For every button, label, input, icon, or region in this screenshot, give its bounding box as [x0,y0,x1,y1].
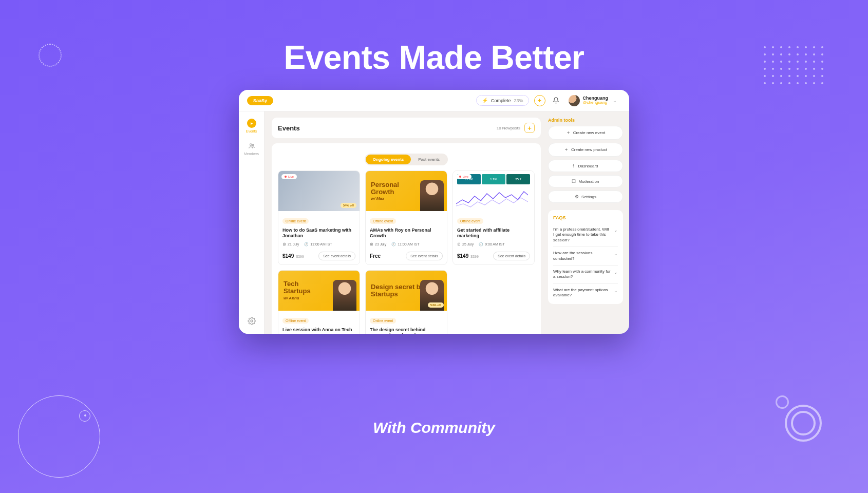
nav-item-events[interactable]: Events [246,119,257,133]
tab-past[interactable]: Past events [411,155,447,164]
admin-button-0[interactable]: ＋Create new event [548,126,623,140]
faq-question: How are the sessions conducted? [553,251,611,261]
event-tag: Offline event [282,318,309,324]
cover-title: TechStartups [284,280,311,294]
admin-button-icon: ⚙ [575,194,579,199]
admin-button-icon: ⫯ [573,163,575,168]
new-event-button[interactable]: + [524,123,535,133]
tab-ongoing[interactable]: Ongoing events [366,155,411,164]
events-tabs: Ongoing events Past events [365,154,448,165]
faq-question: Why learn with a community for a session… [553,269,611,280]
admin-button-3[interactable]: ☐Moderation [548,175,623,187]
admin-button-1[interactable]: ＋Create new product [548,143,623,157]
hero-title: Events Made Better [0,39,868,77]
user-menu[interactable]: Chenguang @chenguang ⌄ [567,93,621,108]
admin-button-label: Create new product [571,147,607,152]
live-badge: Live [281,174,297,179]
event-price: $149$399 [282,253,304,259]
see-details-button[interactable]: See event details [493,252,530,260]
event-card-0[interactable]: Live54% off Online event How to do SaaS … [278,170,360,265]
gear-icon [248,317,256,325]
user-handle: @chenguang [583,101,609,105]
admin-button-label: Moderation [578,179,599,184]
event-time: 11:00 AM IST [398,242,419,246]
right-sidebar: Admin tools ＋Create new event＋Create new… [548,111,629,334]
event-old-price: $399 [470,255,479,258]
chevron-down-icon: ⌄ [614,251,618,256]
bell-icon [553,97,559,104]
clock-icon: 🕘 [391,242,396,246]
see-details-button[interactable]: See event details [406,252,443,260]
admin-button-2[interactable]: ⫯Dashboard [548,160,623,172]
nav-settings[interactable] [248,317,256,327]
logo[interactable]: SaaSy [247,96,273,105]
event-cover: Live54% off [278,171,360,211]
avatar [569,95,580,106]
admin-heading: Admin tools [548,118,623,123]
event-date: 23 July [375,242,386,246]
chevron-down-icon: ⌄ [614,270,618,275]
chevron-down-icon: ⌄ [613,98,617,103]
admin-button-4[interactable]: ⚙Settings [548,191,623,203]
chevron-down-icon: ⌄ [614,227,618,233]
event-meta: 🗓21 July 🕘11:00 AM IST [282,242,355,246]
event-tag: Offline event [370,218,396,224]
svg-point-0 [250,144,252,146]
event-title: Live session with Anna on Tech Startups [282,327,355,334]
topbar: SaaSy ⚡ Complete 23% + Chenguang @chengu… [239,90,629,111]
event-card-1[interactable]: PersonalGrowthw/ Max Offline event AMAs … [365,170,447,265]
chevron-down-icon: ⌄ [614,288,618,293]
event-cover: TechStartupsw/ Anna [278,271,360,311]
svg-point-2 [251,320,253,322]
faq-question: What are the payment options available? [553,288,611,298]
cover-sub: w/ Anna [284,296,299,300]
admin-button-label: Dashboard [578,164,598,168]
admin-button-label: Create new event [573,130,606,135]
event-time: 9:00 AM IST [485,242,505,246]
chart-line-icon [456,188,528,209]
cover-portrait [420,180,444,211]
event-tag: Online event [370,318,396,324]
event-card-2[interactable]: 17.6K1.3%25.2Live Offline event Get star… [452,170,535,265]
faq-item-1[interactable]: How are the sessions conducted?⌄ [553,247,618,266]
event-card-4[interactable]: Design secret behindStartups54% off Onli… [365,270,447,334]
event-title: How to do SaaS marketing with Jonathan [282,227,355,239]
complete-label: Complete [491,98,511,103]
nav-item-members[interactable]: Members [244,141,259,156]
admin-button-icon: ☐ [572,179,576,184]
admin-button-icon: ＋ [566,129,571,136]
decoration-big-circle [18,395,100,478]
add-button[interactable]: + [534,95,545,106]
complete-progress-pill[interactable]: ⚡ Complete 23% [476,95,529,106]
members-icon [247,141,256,150]
newposts-count: 10 Newposts [497,126,520,130]
event-cover: PersonalGrowthw/ Max [366,171,447,211]
calendar-icon: 🗓 [282,242,286,246]
complete-percent: 23% [514,98,523,103]
faq-item-3[interactable]: What are the payment options available?⌄ [553,284,618,302]
event-card-3[interactable]: TechStartupsw/ Anna Offline event Live s… [278,270,360,334]
page-title: Events [278,124,300,132]
event-title: AMAs with Roy on Personal Growth [370,227,443,239]
see-details-button[interactable]: See event details [318,252,355,260]
admin-button-icon: ＋ [564,146,569,153]
main-content: Events 10 Newposts + Ongoing events Past… [265,111,548,334]
event-time: 11:00 AM IST [310,242,332,246]
event-tag: Online event [282,218,309,224]
events-header-panel: Events 10 Newposts + [272,118,541,138]
notifications-button[interactable] [551,95,562,106]
sidebar-nav: Events Members [239,111,265,334]
event-cards-grid: Live54% off Online event How to do SaaS … [278,170,535,334]
calendar-icon: 🗓 [457,242,461,246]
discount-badge: 54% off [341,203,356,208]
play-icon [247,119,256,128]
clock-icon: 🕘 [479,242,483,246]
event-title: The design secret behind startups by Ash… [370,327,443,334]
events-list-panel: Ongoing events Past events Live54% off O… [272,143,541,334]
faqs-heading: FAQS [553,215,618,220]
faqs-panel: FAQS I'm a professional/student. Will I … [548,210,623,304]
discount-badge: 54% off [428,302,444,308]
faq-item-0[interactable]: I'm a professional/student. Will I get e… [553,223,618,247]
cover-portrait [333,280,356,311]
faq-item-2[interactable]: Why learn with a community for a session… [553,266,618,284]
